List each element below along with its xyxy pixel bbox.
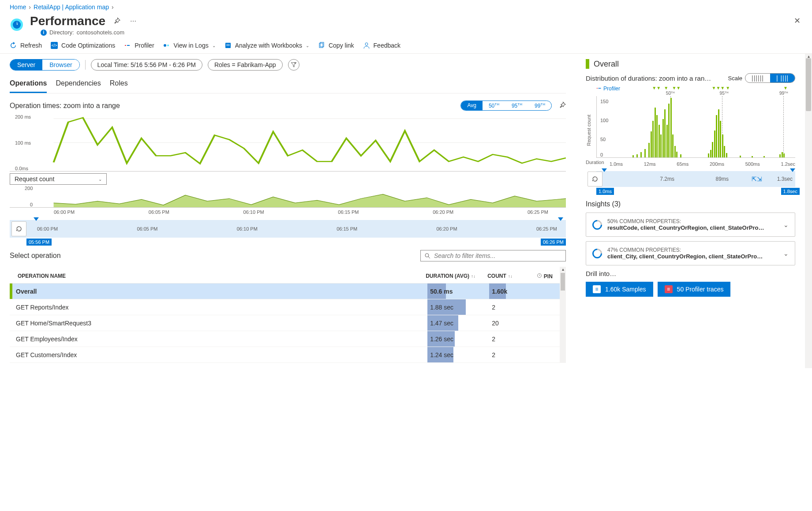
chevron-down-icon: ⌄ [783, 221, 789, 228]
directory-label: Directory: [49, 29, 74, 36]
scroll-thumb[interactable] [561, 273, 565, 291]
hist-ylabel: Request count [586, 115, 591, 146]
collapse-icon[interactable]: ⇱⇲ [752, 175, 762, 183]
x-tick: 06:05 PM [149, 209, 169, 215]
table-row[interactable]: Overall 50.6 ms 1.60k [10, 283, 560, 299]
insight-card-1[interactable]: 50% COMMON PROPERTIES: resultCode, clien… [586, 213, 795, 237]
traces-icon: ≡ [665, 285, 673, 293]
overall-label: Overall [594, 60, 619, 69]
profiler-button[interactable]: Profiler [124, 42, 154, 49]
p95-pill[interactable]: 95TH [505, 101, 528, 110]
chevron-down-icon: ⌄ [98, 177, 102, 182]
view-in-logs-button[interactable]: View in Logs ⌄ [163, 42, 216, 49]
scale-log[interactable]: | |||| [770, 74, 795, 82]
hist-bar [664, 109, 666, 157]
col-count[interactable]: COUNT↑↓ [487, 273, 531, 280]
duration-cell: 1.88 sec [427, 299, 489, 315]
hist-ytick: 0 [600, 152, 603, 157]
chevron-down-icon: ⌄ [306, 43, 309, 48]
request-count-chart[interactable]: 200 0 [10, 186, 566, 208]
analyze-workbooks-button[interactable]: Analyze with Workbooks ⌄ [225, 42, 309, 49]
hist-bar [651, 131, 652, 157]
insight-card-2[interactable]: 47% COMMON PROPERTIES: client_City, clie… [586, 241, 795, 265]
hist-bar [752, 156, 753, 157]
breadcrumb-home[interactable]: Home [10, 4, 26, 11]
copy-link-button[interactable]: Copy link [318, 42, 354, 49]
logs-icon [163, 42, 170, 49]
operation-name: Overall [12, 288, 427, 295]
close-icon[interactable]: ✕ [792, 14, 802, 27]
more-icon[interactable]: ⋯ [128, 16, 138, 26]
hist-bar [718, 109, 719, 157]
profiler-traces-button[interactable]: ≡ 50 Profiler traces [658, 282, 731, 297]
range-handle-end[interactable] [790, 168, 795, 172]
duration-value: 1.47 sec [427, 320, 453, 327]
duration-range-slider[interactable]: 7.2ms 89ms 1.3sec ⇱⇲ 1.0ms 1.8sec [596, 171, 795, 187]
browser-tab[interactable]: Browser [42, 60, 79, 70]
area-y-0: 0 [30, 202, 33, 207]
chevron-down-icon: ⌄ [783, 250, 789, 257]
avg-pill[interactable]: Avg [461, 101, 482, 110]
profiler-link[interactable]: Profiler [596, 86, 620, 92]
distribution-title: Distribution of durations: zoom into a r… [586, 75, 711, 82]
refresh-button[interactable]: Refresh [10, 42, 42, 49]
scroll-thumb[interactable] [806, 58, 811, 111]
marker-icon: ▼▼▼ [712, 86, 725, 90]
roles-chip[interactable]: Roles = Fabrikam-App [208, 59, 283, 71]
server-tab[interactable]: Server [10, 60, 42, 70]
scroll-up-icon[interactable]: ▴ [560, 267, 566, 272]
hist-bar [655, 108, 656, 157]
table-row[interactable]: GET Reports/Index 1.88 sec 2 [10, 299, 560, 315]
hist-bar [676, 152, 677, 157]
search-field[interactable] [434, 252, 562, 259]
search-icon [424, 253, 430, 259]
operation-times-chart[interactable]: 200 ms 100 ms 0.0ms [10, 114, 566, 172]
pin-chart-icon[interactable] [559, 101, 566, 110]
p50-pill[interactable]: 50TH [483, 101, 505, 110]
duration-histogram[interactable]: Request count 150 100 50 0 [596, 96, 795, 158]
reset-zoom-icon[interactable] [11, 221, 26, 236]
samples-button[interactable]: ≡ 1.60k Samples [586, 282, 653, 297]
breadcrumb-app[interactable]: RetailApp | Application map [34, 4, 109, 11]
table-row[interactable]: GET Customers/Index 1.24 sec 2 [10, 347, 560, 363]
hist-bar [740, 156, 741, 157]
x-tick: 06:15 PM [338, 209, 359, 215]
count-value: 2 [489, 336, 495, 343]
reset-zoom-icon[interactable] [587, 172, 602, 186]
tab-dependencies[interactable]: Dependencies [56, 77, 101, 93]
table-row[interactable]: GET Home/SmartRequest3 1.47 sec 20 [10, 315, 560, 331]
hist-ytick: 150 [600, 99, 608, 104]
scale-linear[interactable]: |||||| [745, 74, 770, 82]
pin-icon[interactable] [112, 15, 122, 27]
svg-rect-8 [226, 45, 230, 46]
hist-bar [726, 153, 727, 157]
col-duration[interactable]: DURATION (AVG)↑↓ [426, 273, 487, 280]
col-operation-name[interactable]: OPERATION NAME [11, 273, 426, 280]
hist-xtick: 500ms [745, 161, 760, 167]
time-range-slider[interactable]: 06:00 PM 06:05 PM 06:10 PM 06:15 PM 06:2… [10, 220, 566, 238]
tab-operations[interactable]: Operations [10, 77, 47, 93]
range-handle-start[interactable] [602, 168, 607, 172]
code-opt-label: Code Optimizations [61, 42, 115, 49]
copy-icon [318, 42, 325, 49]
search-operations-input[interactable] [420, 250, 566, 261]
tab-roles[interactable]: Roles [110, 77, 128, 93]
hist-bar [636, 154, 638, 157]
count-cell: 20 [489, 315, 533, 331]
page-scrollbar[interactable]: ▴ [805, 54, 812, 368]
code-optimizations-button[interactable]: </> Code Optimizations [51, 42, 115, 49]
col-pin: PIN [531, 273, 558, 280]
samples-label: 1.60k Samples [605, 286, 646, 293]
range-handle-start[interactable] [34, 217, 39, 221]
table-scrollbar[interactable]: ▴ [560, 267, 566, 363]
p99-pill[interactable]: 99TH [528, 101, 551, 110]
hist-bar [783, 153, 785, 157]
time-range-chip[interactable]: Local Time: 5/16 5:56 PM - 6:26 PM [91, 59, 202, 71]
range-handle-end[interactable] [558, 217, 563, 221]
table-row[interactable]: GET Employees/Index 1.26 sec 2 [10, 331, 560, 347]
count-cell: 2 [489, 331, 533, 347]
feedback-button[interactable]: Feedback [363, 42, 400, 49]
hist-bar [712, 142, 713, 157]
request-count-dropdown[interactable]: Request count ⌄ [10, 173, 107, 185]
add-filter-icon[interactable] [288, 59, 299, 71]
